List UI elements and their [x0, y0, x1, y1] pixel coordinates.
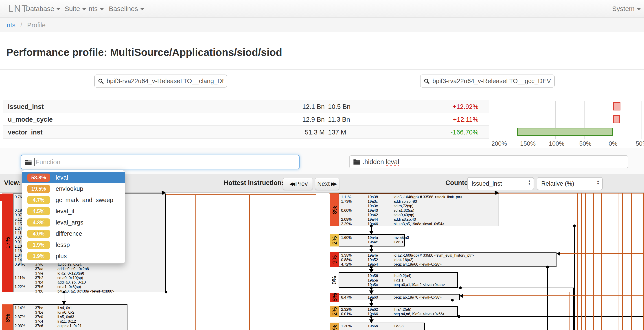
right-basic-block-0: 1.11%19a38ld a5,-1648(gp) # 33588 <stack… — [338, 193, 499, 226]
percentage-badge: 1.9% — [28, 241, 50, 249]
dropdown-item-lessp[interactable]: 1.9%lessp — [22, 239, 125, 250]
function-name: plus — [56, 253, 67, 260]
asm-instruction: lh a0,2(a4) — [394, 274, 411, 278]
cfg-arrow-down-icon — [369, 290, 374, 294]
cfg-edge — [614, 193, 614, 330]
asm-instruction: addi s9, s9, -0x2b6 — [58, 267, 89, 271]
asm-address: 19a4c — [368, 240, 378, 244]
cfg-edge-junction — [458, 315, 460, 318]
asm-percent: 0.07 — [14, 213, 22, 217]
asm-percent: 1.30% — [341, 324, 352, 328]
asm-row: 0.60%19a40sd a1,32(sp) — [339, 208, 498, 213]
nav-item-baselines[interactable]: Baselines — [109, 5, 144, 13]
cfg-edge — [573, 287, 574, 330]
asm-instruction: sd ra,72(sp) — [394, 204, 413, 208]
asm-row: 2.29%19a46bltu a3,a5,19a8c <leval+0x54> — [339, 222, 498, 226]
function-dropdown: 58.8%leval19.5%envlookup4.7%gc_mark_and_… — [22, 170, 125, 263]
dropdown-item-leval[interactable]: 58.8%leval — [22, 172, 125, 183]
asm-address: 19a3c — [368, 199, 378, 204]
cfg-edge-junction — [165, 291, 168, 293]
dropdown-item-leval_if[interactable]: 4.5%leval_if — [22, 206, 125, 217]
severity-label: 0% — [331, 276, 338, 284]
asm-instruction: addi a3,sp,40 — [394, 217, 416, 222]
asm-row: 37b8bltu a0, a2, 0x430a <leval+0xb80> — [14, 289, 166, 294]
lnt-logo[interactable]: LNT — [8, 3, 28, 14]
function-name: leval_args — [56, 219, 83, 226]
chevron-down-icon — [82, 8, 86, 10]
dropdown-item-gc_mark_and_sweep[interactable]: 4.7%gc_mark_and_sweep — [22, 194, 125, 206]
asm-percent: 0.18 — [14, 208, 22, 213]
cfg-edge-junction — [62, 291, 65, 293]
asm-instruction: ld a2,-1608(gp) # 335b0 <sym_eval_histor… — [394, 253, 474, 258]
asm-row: 2.09%19a44addi a3,sp,40 — [339, 217, 498, 222]
asm-percent: 0.60% — [341, 208, 352, 213]
asm-row: 19a3esd ra,72(sp) — [339, 204, 498, 208]
asm-instruction: li a3,3 — [394, 324, 404, 328]
asm-instruction: ld a5,-1648(gp) # 33588 <stack_limit_ptr… — [394, 195, 462, 199]
asm-address: 19a38 — [368, 195, 378, 199]
asm-percent: 1.15 — [14, 222, 22, 226]
cfg-edge — [593, 193, 594, 330]
asm-address: 19a5c — [368, 283, 378, 287]
nav-item-system[interactable]: System — [612, 5, 641, 13]
asm-row: 19a5ali a1,1 — [339, 278, 457, 283]
asm-row: 2.03%37c6auipc a1, 0x21 — [14, 324, 127, 328]
asm-percent: 1.73% — [341, 199, 352, 204]
cfg-arrow-down-icon — [62, 301, 66, 305]
percentage-badge: 19.5% — [28, 185, 50, 193]
cfg-edge — [458, 316, 644, 317]
asm-address: 37b4 — [35, 280, 43, 285]
asm-instruction: ld a2, 0x128(s9) — [58, 271, 84, 276]
severity-label: 17% — [4, 237, 11, 249]
asm-row: 0.01%19a66beq a4,a6,19a9e <leval+0x66> — [339, 312, 457, 316]
function-name: gc_mark_and_sweep — [56, 197, 113, 204]
dropdown-item-leval_args[interactable]: 4.3%leval_args — [22, 217, 125, 228]
right-basic-block-2: 3.35%19a4eld a2,-1608(gp) # 335b0 <sym_e… — [338, 252, 556, 267]
asm-address: 19a6a — [368, 324, 378, 328]
function-name: envlookup — [56, 185, 83, 192]
cfg-edge — [516, 292, 569, 292]
nav-item-database[interactable]: Database — [25, 5, 60, 13]
cfg-arrow-down-icon — [369, 249, 374, 252]
cfg-edge — [499, 226, 575, 226]
left-basic-block-1: 1.14%37bcli s4, 0x137belui a0, 0x22.37%3… — [13, 304, 128, 330]
asm-instruction: li s5, 0x63 — [58, 315, 74, 319]
asm-percent: 0.01 — [14, 240, 22, 244]
asm-address: 37be — [35, 310, 43, 315]
cfg-arrow-down-icon — [369, 231, 374, 235]
cfg-edge — [622, 193, 623, 330]
asm-instruction: addi sp,sp,-80 — [394, 199, 417, 204]
dropdown-item-difference[interactable]: 4.0%difference — [22, 228, 125, 239]
cfg-edge — [463, 295, 644, 296]
asm-percent: 0.01% — [341, 312, 352, 316]
asm-instruction: sd a1, 0x8(sp) — [58, 285, 81, 289]
asm-row: 2.37%37c0li s5, 0x63 — [14, 315, 127, 319]
asm-row: 37aeld a2, 0x128(s9) — [14, 271, 166, 276]
asm-row: 1.14%37bcli s4, 0x1 — [14, 306, 127, 310]
asm-instruction: beqz a5,19a70 <leval+0x38> — [394, 295, 442, 300]
asm-percent: 1.22% — [14, 285, 25, 289]
function-name: lessp — [56, 241, 70, 248]
asm-row: 37b4addi a0, sp, 0x10 — [14, 280, 166, 285]
cfg-edge — [0, 194, 3, 201]
cfg-edge — [585, 193, 586, 330]
asm-address: 19a4e — [368, 253, 378, 258]
dropdown-item-envlookup[interactable]: 19.5%envlookup — [22, 183, 125, 194]
asm-percent: 1.14 — [14, 258, 22, 262]
cfg-edge — [643, 193, 644, 330]
right-basic-block-1: 1.60%19a4amv a5,a019a4cli a6,1 — [338, 234, 405, 246]
cfg-edge-junction — [370, 286, 373, 289]
asm-row: 1.73%19a3caddi sp,sp,-80 — [339, 199, 498, 204]
asm-percent: 1.18 — [14, 249, 22, 253]
asm-address: 19a54 — [368, 262, 378, 267]
nav-item-nts[interactable]: nts — [89, 5, 104, 13]
asm-row: 2.32%19a62lh a4,2(a5) — [339, 307, 457, 312]
top-navbar: LNT DatabaseSuitentsBaselines System — [0, 0, 644, 18]
dropdown-item-plus[interactable]: 1.9%plus — [22, 250, 125, 262]
asm-row: 37belui a0, 0x2 — [14, 310, 127, 315]
asm-address: 37b2 — [35, 276, 43, 280]
asm-percent: 0.07 — [14, 235, 22, 240]
nav-item-suite[interactable]: Suite — [64, 5, 86, 13]
asm-percent: 1.60% — [341, 235, 352, 240]
severity-label: % — [331, 324, 338, 330]
